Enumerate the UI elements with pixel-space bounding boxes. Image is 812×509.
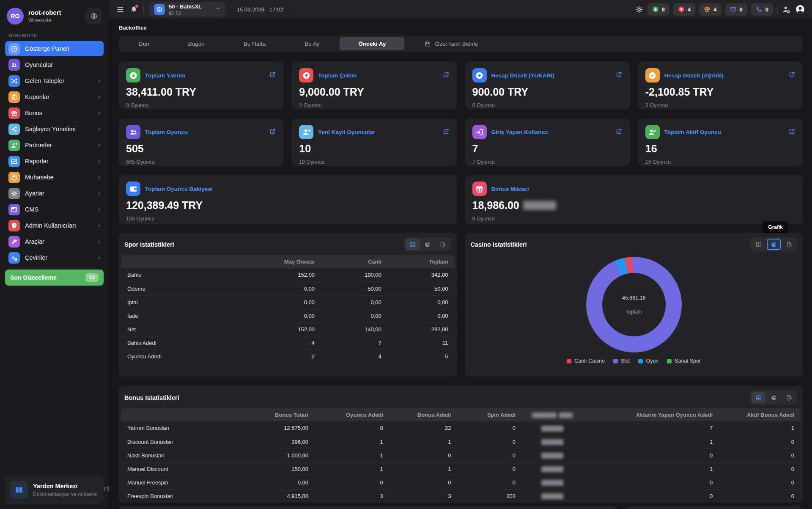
chart-view-button[interactable]: [767, 239, 781, 250]
bonuses-badge[interactable]: 4: [699, 3, 721, 16]
tab-bu-hafta[interactable]: Bu Hafta: [225, 37, 285, 50]
sidebar-item[interactable]: CMS›: [5, 202, 104, 217]
tab-label: Özel Tarih Belirle: [435, 41, 478, 47]
user-status-button[interactable]: [782, 5, 791, 14]
calendar-icon: [425, 41, 431, 47]
deposits-badge[interactable]: 8: [647, 3, 669, 16]
stat-card-label[interactable]: Toplam Oyuncu Bakiyesi: [145, 186, 213, 192]
cell-value: 0,00: [321, 309, 388, 322]
chevron-right-icon: ›: [98, 126, 100, 132]
stat-card-label[interactable]: Toplam Yatırım: [145, 72, 186, 79]
avatar[interactable]: RO: [7, 8, 24, 25]
export-button[interactable]: [436, 239, 450, 250]
export-button[interactable]: [782, 239, 796, 250]
notifications-button[interactable]: [130, 6, 138, 14]
table-view-button[interactable]: [752, 392, 765, 403]
sidebar-item[interactable]: AÇeviriler›: [5, 250, 104, 265]
external-link-icon[interactable]: [615, 71, 623, 80]
cell-value: 0,00: [254, 309, 321, 322]
sidebar-item[interactable]: Araçlar›: [5, 234, 104, 249]
sidebar-item[interactable]: Gösterge Paneli: [5, 41, 104, 56]
external-link-icon[interactable]: [269, 128, 276, 137]
stat-card-label[interactable]: Giriş Yapan Kullanıcı: [491, 129, 548, 135]
stat-card-label[interactable]: Yeni Kayıt Oyuncular: [318, 129, 375, 135]
partial-card: [626, 506, 803, 509]
language-button[interactable]: [86, 8, 102, 24]
stat-card-label[interactable]: Hesap Düzelt (AŞAĞI): [664, 72, 724, 79]
stat-card-label[interactable]: Hesap Düzelt (YUKARI): [491, 72, 554, 79]
chart-view-button[interactable]: [421, 239, 435, 250]
cell-value: 150,00: [226, 462, 315, 476]
withdrawals-badge[interactable]: 4: [673, 3, 695, 16]
tab--nceki-ay[interactable]: Önceki Ay: [340, 37, 404, 50]
redacted-cell: [522, 489, 583, 503]
datetime: 15.03.2026 17:02: [237, 6, 283, 13]
sports-view-toggle: [404, 237, 451, 251]
chart-view-button[interactable]: [767, 392, 781, 403]
stat-card-label[interactable]: Toplam Çekim: [318, 72, 357, 79]
cell-value: 140,00: [321, 322, 388, 336]
sidebar-item[interactable]: Kuponlar›: [5, 89, 104, 105]
stat-card: Yeni Kayıt Oyuncular1010 Oyuncu: [292, 118, 456, 166]
export-button[interactable]: [782, 392, 796, 403]
stat-card-label[interactable]: Toplam Aktif Oyuncu: [664, 129, 721, 135]
site-selector[interactable]: 50 - BahisXL ID: 50: [149, 2, 225, 17]
stat-card-value: 120,389.49 TRY: [126, 199, 450, 212]
translate-icon-tile: A: [8, 252, 20, 264]
external-link-icon[interactable]: [442, 71, 450, 80]
users-icon: [129, 128, 138, 137]
sidebar-item[interactable]: Raporlar›: [5, 154, 104, 169]
tab-label: Dün: [139, 41, 149, 47]
gear-icon: [11, 190, 18, 197]
shuffle-icon: [11, 77, 18, 85]
sidebar-item[interactable]: Muhasebe›: [5, 170, 104, 185]
settings-button[interactable]: [635, 6, 643, 14]
sidebar-item[interactable]: Bonus›: [5, 105, 104, 121]
sidebar-item[interactable]: Ayarlar›: [5, 186, 104, 201]
stat-card-label[interactable]: Toplam Oyuncu: [145, 129, 188, 135]
globe-icon: [156, 6, 163, 13]
tab-d-n[interactable]: Dün: [120, 37, 168, 50]
cell-value: 0,00: [254, 282, 321, 295]
pie-chart-icon: [771, 241, 777, 248]
column-header: Maç Öncesi: [254, 255, 321, 268]
tab-bu-ay[interactable]: Bu Ay: [286, 37, 338, 50]
cell-value: 0: [315, 476, 390, 489]
tab--zel-tarih-belirle[interactable]: Özel Tarih Belirle: [406, 37, 497, 50]
grafik-tooltip: Grafik: [763, 221, 788, 233]
tab-label: Bugün: [188, 41, 205, 47]
sidebar-item[interactable]: Sağlayıcı Yönetimi›: [5, 121, 104, 137]
sidebar-item[interactable]: Oyuncular: [5, 57, 104, 72]
sidebar-item[interactable]: Admin Kullanıcıları›: [5, 218, 104, 233]
calls-badge[interactable]: 0: [751, 3, 773, 16]
stat-card-label[interactable]: Bonus Miktarı: [491, 186, 529, 192]
tab-bug-n[interactable]: Bugün: [170, 37, 223, 50]
gift-icon-tile: [472, 182, 487, 196]
next-cards-partial: [119, 506, 803, 509]
arrow-up-circle-icon-tile: [299, 68, 313, 83]
gift-icon: [475, 184, 484, 193]
sidebar-item-label: Araçlar: [25, 238, 44, 245]
help-center-card[interactable]: Yardım Merkezi Dokümantasyon ve rehberle…: [5, 476, 104, 504]
bonus-view-toggle: [750, 391, 797, 404]
stat-card-value: 7: [472, 143, 623, 155]
menu-button[interactable]: [116, 6, 124, 14]
external-link-icon[interactable]: [615, 128, 623, 137]
wallet-icon-tile: [126, 182, 140, 196]
table-view-button[interactable]: [752, 239, 765, 250]
row-label: İade: [121, 309, 254, 322]
sidebar-item[interactable]: Gelen Talepler›: [5, 73, 104, 88]
external-link-icon[interactable]: [442, 128, 450, 137]
external-link-icon[interactable]: [788, 71, 796, 80]
profile-button[interactable]: [795, 4, 805, 14]
divider: [777, 5, 778, 14]
stat-card-value: 900.00 TRY: [472, 86, 623, 98]
divider: [231, 5, 231, 14]
user-plus-icon: [11, 142, 18, 149]
sidebar-item[interactable]: Partnerler›: [5, 138, 104, 153]
messages-badge[interactable]: 0: [725, 3, 747, 16]
external-link-icon[interactable]: [788, 128, 796, 137]
external-link-icon[interactable]: [269, 71, 276, 80]
table-view-button[interactable]: [406, 239, 420, 250]
last-update-button[interactable]: Son Güncelleme 13: [5, 270, 104, 286]
